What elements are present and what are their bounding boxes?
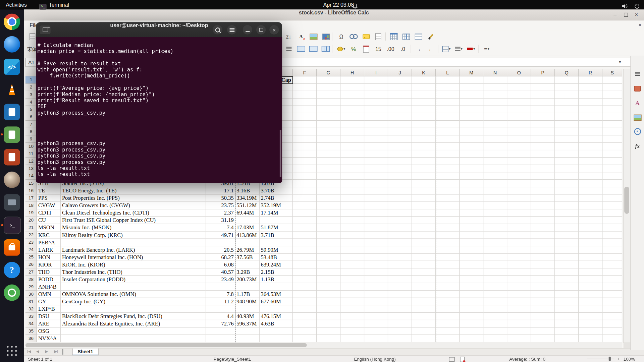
cell[interactable]	[388, 158, 412, 165]
cell[interactable]	[555, 209, 579, 217]
cell[interactable]	[579, 84, 602, 91]
cell[interactable]	[235, 327, 260, 335]
cell[interactable]	[317, 121, 340, 128]
cell[interactable]	[293, 276, 317, 283]
cell[interactable]	[460, 313, 483, 320]
cell[interactable]	[340, 84, 364, 91]
row-header-9[interactable]: 9	[25, 135, 37, 143]
search-button[interactable]	[213, 25, 222, 35]
selection-mode-icon[interactable]	[449, 357, 454, 362]
cell[interactable]	[388, 113, 412, 121]
cell[interactable]	[483, 313, 507, 320]
cell[interactable]	[555, 202, 579, 209]
help-icon[interactable]: ?	[4, 262, 20, 278]
cell[interactable]	[436, 187, 460, 194]
cell[interactable]	[602, 224, 622, 232]
cell[interactable]	[507, 268, 531, 276]
cell[interactable]	[293, 165, 317, 172]
cell[interactable]	[507, 84, 531, 91]
software-updater-icon[interactable]	[4, 285, 20, 301]
cell[interactable]	[602, 335, 622, 342]
cell[interactable]: OMNOVA Solutions Inc. (OMN)	[61, 291, 205, 298]
sum-average-status[interactable]: Average: ; Sum: 0	[509, 356, 545, 362]
cell[interactable]	[531, 158, 555, 165]
cell[interactable]	[602, 165, 622, 172]
cell[interactable]	[317, 165, 340, 172]
cell[interactable]	[531, 143, 555, 150]
cell[interactable]	[460, 320, 483, 327]
cell[interactable]	[317, 232, 340, 239]
cell[interactable]	[507, 320, 531, 327]
cell[interactable]: 2.37	[205, 209, 235, 217]
cell[interactable]	[388, 305, 412, 313]
cell[interactable]	[436, 202, 460, 209]
cell[interactable]	[340, 143, 364, 150]
cell[interactable]	[412, 106, 436, 113]
cell[interactable]	[507, 209, 531, 217]
cell[interactable]	[555, 165, 579, 172]
cell[interactable]	[364, 106, 388, 113]
cell[interactable]: Misonix Inc. (MSON)	[61, 224, 205, 232]
terminal-scrollbar-thumb[interactable]	[280, 130, 281, 177]
percent-format-icon[interactable]: %	[348, 44, 359, 54]
cell[interactable]	[436, 209, 460, 217]
cell[interactable]	[507, 180, 531, 187]
row-header-30[interactable]: 30	[25, 291, 37, 298]
cell[interactable]	[412, 254, 436, 261]
row-header-21[interactable]: 21	[25, 224, 37, 232]
cell[interactable]	[579, 172, 602, 180]
cell[interactable]	[436, 128, 460, 135]
cell[interactable]	[483, 305, 507, 313]
cell[interactable]	[364, 121, 388, 128]
cell[interactable]	[531, 239, 555, 246]
cell[interactable]	[579, 194, 602, 202]
cell[interactable]	[293, 232, 317, 239]
files-icon[interactable]	[4, 194, 20, 210]
cell[interactable]	[555, 298, 579, 305]
cell[interactable]	[483, 76, 507, 84]
cell[interactable]	[61, 335, 205, 342]
cell[interactable]: Alexandria Real Estate Equities, Inc. (A…	[61, 320, 205, 327]
cell[interactable]	[388, 128, 412, 135]
cell[interactable]	[388, 320, 412, 327]
cell[interactable]	[460, 121, 483, 128]
cell[interactable]	[436, 76, 460, 84]
cell[interactable]	[364, 194, 388, 202]
cell[interactable]	[579, 239, 602, 246]
cell[interactable]	[460, 298, 483, 305]
cell[interactable]	[531, 202, 555, 209]
last-sheet-icon[interactable]: ▶|	[54, 349, 58, 353]
cell[interactable]	[293, 128, 317, 135]
cell[interactable]	[579, 305, 602, 313]
cell[interactable]	[602, 143, 622, 150]
cell[interactable]	[340, 268, 364, 276]
cell[interactable]	[412, 224, 436, 232]
cell[interactable]: Landmark Bancorp Inc. (LARK)	[61, 246, 205, 254]
zoom-slider-thumb[interactable]	[609, 357, 611, 361]
navigator-icon[interactable]	[633, 127, 642, 136]
cell[interactable]	[340, 327, 364, 335]
cell[interactable]	[483, 335, 507, 342]
cell[interactable]: 69.44M	[235, 209, 260, 217]
vertical-scrollbar-thumb[interactable]	[624, 187, 629, 214]
cell[interactable]	[412, 84, 436, 91]
cell[interactable]	[531, 106, 555, 113]
cell[interactable]	[317, 172, 340, 180]
cell[interactable]	[531, 320, 555, 327]
cell[interactable]	[364, 84, 388, 91]
cell[interactable]: NVX^A	[37, 335, 61, 342]
cell[interactable]: 17.1	[205, 187, 235, 194]
borders-icon[interactable]: ▾	[441, 44, 452, 54]
cell[interactable]	[412, 335, 436, 342]
cell[interactable]	[531, 91, 555, 99]
cell[interactable]	[483, 99, 507, 106]
cell[interactable]	[235, 239, 260, 246]
cell[interactable]	[293, 320, 317, 327]
hyperlink-icon[interactable]	[348, 32, 359, 41]
cell[interactable]	[293, 194, 317, 202]
cell[interactable]	[364, 150, 388, 158]
cell[interactable]: Thor Industries Inc. (THO)	[61, 268, 205, 276]
cell[interactable]	[412, 135, 436, 143]
cell[interactable]	[602, 298, 622, 305]
column-header-S[interactable]: S	[602, 69, 622, 76]
